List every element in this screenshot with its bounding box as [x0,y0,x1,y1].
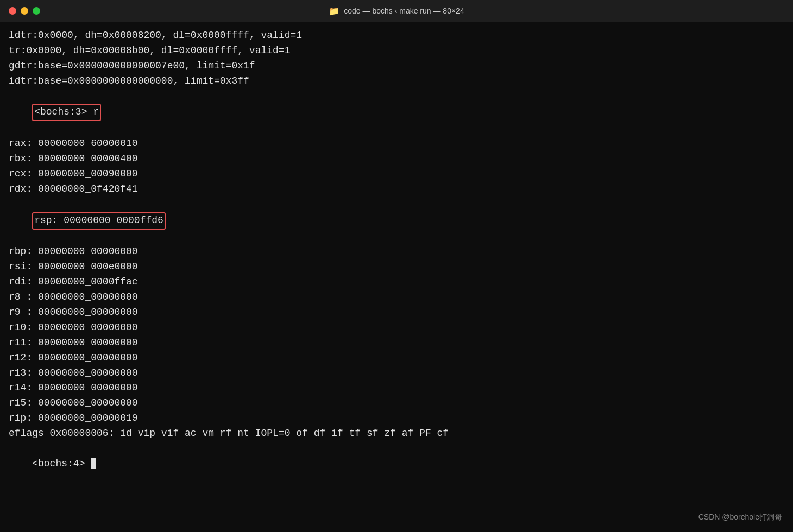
titlebar: 📁 code — bochs ‹ make run — 80×24 [0,0,793,22]
prompt-highlighted-line: <bochs:3> r [9,89,784,137]
terminal-line-rip: rip: 00000000_00000019 [9,411,784,426]
terminal-line-gdtr: gdtr:base=0x000000000000007e00, limit=0x… [9,59,784,74]
terminal-line-r9: r9 : 00000000_00000000 [9,305,784,320]
terminal-content: ldtr:0x0000, dh=0x00008200, dl=0x0000fff… [0,22,793,532]
traffic-lights [9,7,40,15]
prompt-box: <bochs:3> r [32,104,101,121]
final-prompt-text: <bochs:4> [32,458,91,469]
terminal-line-rax: rax: 00000000_60000010 [9,136,784,151]
rsp-box: rsp: 00000000_0000ffd6 [32,212,166,230]
terminal-line-r10: r10: 00000000_00000000 [9,320,784,335]
final-prompt-line: <bochs:4> [9,441,784,487]
terminal-line-rbp: rbp: 00000000_00000000 [9,244,784,259]
terminal-line-r14: r14: 00000000_00000000 [9,381,784,396]
cursor-blink [91,458,96,469]
window-title: code — bochs ‹ make run — 80×24 [344,7,464,15]
terminal-line-rdi: rdi: 00000000_0000ffac [9,275,784,290]
terminal-line-r15: r15: 00000000_00000000 [9,396,784,411]
watermark: CSDN @borehole打洞哥 [698,511,782,523]
terminal-line-rdx: rdx: 00000000_0f420f41 [9,182,784,197]
terminal-line-eflags: eflags 0x00000006: id vip vif ac vm rf n… [9,426,784,441]
minimize-button[interactable] [21,7,28,15]
terminal-line-tr: tr:0x0000, dh=0x00008b00, dl=0x0000ffff,… [9,43,784,59]
titlebar-title: 📁 code — bochs ‹ make run — 80×24 [329,6,464,16]
terminal-line-r8: r8 : 00000000_00000000 [9,290,784,305]
folder-icon: 📁 [329,6,339,16]
maximize-button[interactable] [33,7,40,15]
terminal-line-ldtr: ldtr:0x0000, dh=0x00008200, dl=0x0000fff… [9,28,784,43]
terminal-line-r12: r12: 00000000_00000000 [9,351,784,366]
rsp-line-container: rsp: 00000000_0000ffd6 [9,197,784,245]
terminal-line-rbx: rbx: 00000000_00000400 [9,151,784,167]
terminal-line-idtr: idtr:base=0x0000000000000000, limit=0x3f… [9,74,784,89]
terminal-line-r13: r13: 00000000_00000000 [9,366,784,381]
terminal-line-r11: r11: 00000000_00000000 [9,335,784,351]
terminal-line-rsi: rsi: 00000000_000e0000 [9,259,784,275]
close-button[interactable] [9,7,16,15]
terminal-line-rcx: rcx: 00000000_00090000 [9,167,784,182]
